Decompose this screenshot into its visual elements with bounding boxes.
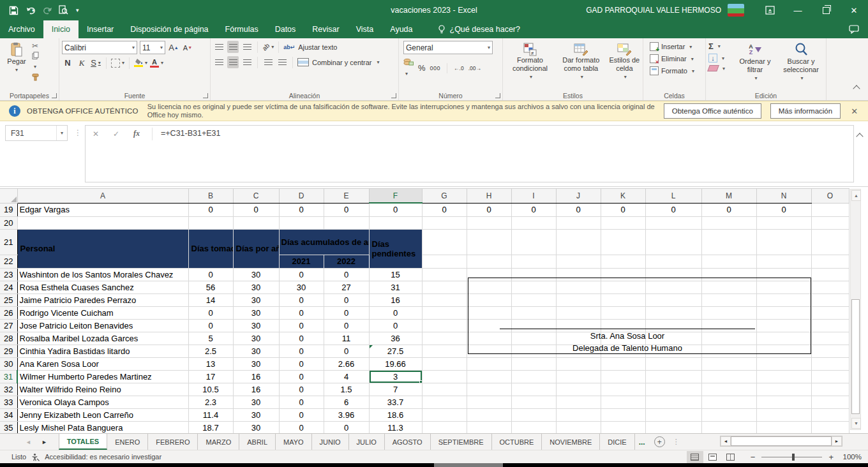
- align-right-icon[interactable]: [241, 56, 253, 68]
- column-header[interactable]: N: [756, 189, 811, 204]
- column-header[interactable]: O: [811, 189, 849, 204]
- row-header[interactable]: 24: [0, 281, 17, 293]
- personal-name-cell[interactable]: Cinthia Yadira Bastidas litardo: [17, 345, 188, 357]
- sheet-nav-right-icon[interactable]: ►: [41, 439, 47, 445]
- minimize-button[interactable]: —: [784, 0, 812, 20]
- grid-cell[interactable]: [422, 357, 467, 370]
- grid-cell[interactable]: [645, 229, 701, 255]
- grid-cell[interactable]: 36: [369, 332, 422, 345]
- grid-cell[interactable]: [601, 408, 645, 421]
- grid-cell[interactable]: 11.3: [369, 421, 422, 434]
- grid-cell[interactable]: [556, 229, 601, 255]
- tab-inicio[interactable]: Inicio: [43, 20, 79, 38]
- column-header[interactable]: J: [556, 189, 601, 204]
- scroll-up-icon[interactable]: ▲: [851, 190, 861, 201]
- grid-cell[interactable]: 18.6: [369, 408, 422, 421]
- grid-cell[interactable]: [645, 255, 701, 268]
- insert-cells-button[interactable]: Insertar: [650, 42, 704, 51]
- wrap-text-button[interactable]: ab↵ Ajustar texto: [283, 43, 337, 51]
- close-button[interactable]: ✕: [840, 0, 868, 20]
- header-cell-dias-pendientes[interactable]: Días pendientes: [369, 229, 422, 268]
- sheet-tab[interactable]: AGOSTO: [385, 434, 431, 450]
- align-center-icon[interactable]: [227, 56, 239, 68]
- grid-cell[interactable]: 17: [188, 370, 233, 383]
- grid-cell[interactable]: [756, 408, 811, 421]
- grid-cell[interactable]: 0: [369, 319, 422, 332]
- grid-cell[interactable]: [701, 357, 756, 370]
- personal-name-cell[interactable]: Walter Wilfrido Reino Reino: [17, 383, 188, 396]
- personal-name-cell[interactable]: Rosa Esthela Cuases Sanchez: [17, 281, 188, 293]
- accessibility-status[interactable]: Accesibilidad: es necesario investigar: [45, 453, 161, 461]
- vertical-scroll-thumb[interactable]: [851, 299, 860, 414]
- grid-cell[interactable]: Edgar Vargas: [17, 203, 188, 216]
- grid-cell[interactable]: [422, 216, 467, 229]
- sheet-nav-left-icon[interactable]: ◄: [26, 439, 31, 445]
- grid-cell[interactable]: [422, 293, 467, 306]
- header-cell-dias-tomados[interactable]: Días tomados: [188, 229, 233, 268]
- grid-cell[interactable]: 10.5: [188, 383, 233, 396]
- grid-cell[interactable]: [422, 319, 467, 332]
- zoom-slider-thumb[interactable]: [792, 454, 795, 461]
- sheet-tab-overflow[interactable]: ...: [635, 434, 649, 450]
- grid-cell[interactable]: 0: [324, 306, 369, 319]
- grid-cell[interactable]: 56: [188, 281, 233, 293]
- orientation-icon[interactable]: ab: [262, 41, 274, 53]
- column-header[interactable]: B: [188, 189, 233, 204]
- increase-indent-icon[interactable]: [276, 56, 288, 68]
- enter-formula-icon[interactable]: ✓: [106, 130, 126, 138]
- decrease-decimal-icon[interactable]: .00→: [468, 65, 481, 71]
- sheet-tab[interactable]: JULIO: [349, 434, 385, 450]
- grid-cell[interactable]: 14: [188, 293, 233, 306]
- tab-archivo[interactable]: Archivo: [0, 20, 43, 38]
- grid-cell[interactable]: 15: [369, 268, 422, 281]
- personal-name-cell[interactable]: Rodrigo Vicente Cuicham: [17, 306, 188, 319]
- grid-cell[interactable]: 0: [279, 396, 324, 408]
- grid-cell[interactable]: [601, 370, 645, 383]
- grid-cell[interactable]: [601, 357, 645, 370]
- grid-cell[interactable]: 31: [369, 281, 422, 293]
- formula-bar-grip[interactable]: ⋮: [74, 128, 82, 137]
- grid-cell[interactable]: 7: [369, 383, 422, 396]
- grid-cell[interactable]: [601, 229, 645, 255]
- grid-cell[interactable]: [422, 345, 467, 357]
- grid-cell[interactable]: [756, 229, 811, 255]
- grid-cell[interactable]: 0: [279, 203, 324, 216]
- grid-cell[interactable]: [701, 255, 756, 268]
- conditional-formatting-button[interactable]: ≠ Formato condicional: [505, 41, 555, 81]
- sheet-tab[interactable]: MARZO: [198, 434, 239, 450]
- grid-cell[interactable]: [467, 255, 511, 268]
- sheet-tab[interactable]: OCTUBRE: [492, 434, 542, 450]
- grid-cell[interactable]: [645, 370, 701, 383]
- row-header[interactable]: 31: [0, 370, 17, 383]
- sheet-tab[interactable]: DICIE: [600, 434, 634, 450]
- grid-cell[interactable]: [422, 332, 467, 345]
- sheet-tab[interactable]: NOVIEMBRE: [542, 434, 600, 450]
- grid-cell[interactable]: [556, 216, 601, 229]
- bold-button[interactable]: N: [62, 57, 73, 69]
- grid-cell[interactable]: 0: [324, 319, 369, 332]
- grid-cell[interactable]: 0: [279, 408, 324, 421]
- cell-styles-button[interactable]: Estilos de celda: [608, 41, 641, 81]
- grid-cell[interactable]: 30: [233, 408, 279, 421]
- increase-decimal-icon[interactable]: ←.0: [454, 65, 464, 71]
- grid-cell[interactable]: 30: [233, 396, 279, 408]
- grid-cell[interactable]: [467, 383, 511, 396]
- grid-cell[interactable]: [811, 421, 849, 434]
- grid-cell[interactable]: 19.66: [369, 357, 422, 370]
- grid-cell[interactable]: [467, 370, 511, 383]
- grid-cell[interactable]: [811, 203, 849, 216]
- personal-name-cell[interactable]: Jenny Ekizabeth Leon Carreño: [17, 408, 188, 421]
- undo-button[interactable]: ▾: [26, 6, 34, 15]
- grid-cell[interactable]: 0: [369, 306, 422, 319]
- grid-cell[interactable]: [422, 306, 467, 319]
- grid-cell[interactable]: [756, 357, 811, 370]
- header-cell-2022[interactable]: 2022: [324, 255, 369, 268]
- grid-cell[interactable]: [556, 383, 601, 396]
- personal-name-cell[interactable]: Ana Karen Sosa Loor: [17, 357, 188, 370]
- grid-cell[interactable]: [556, 408, 601, 421]
- grid-cell[interactable]: 27: [324, 281, 369, 293]
- grid-cell[interactable]: [467, 216, 511, 229]
- grid-cell[interactable]: 2.5: [188, 345, 233, 357]
- grid-cell[interactable]: [369, 216, 422, 229]
- grid-cell[interactable]: 1.5: [324, 383, 369, 396]
